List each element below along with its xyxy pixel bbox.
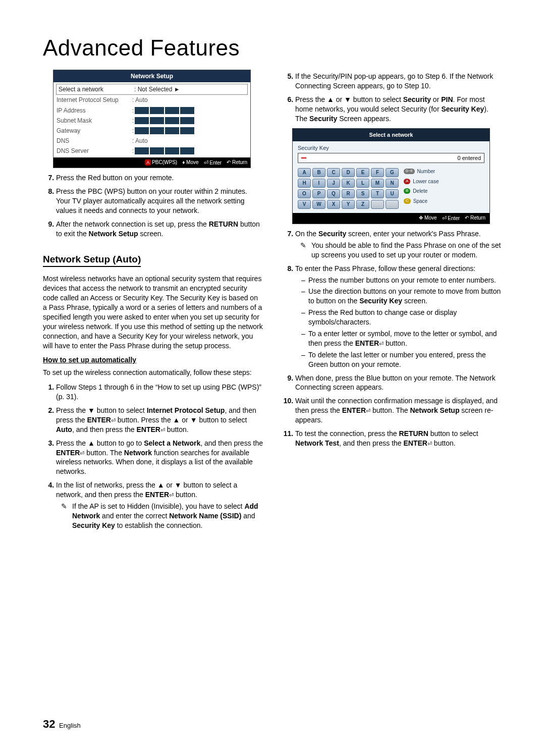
section-network-setup-auto: Network Setup (Auto) — [43, 253, 141, 267]
kb-footer: ✥ Move ⏎ Enter ↶ Return — [293, 213, 489, 224]
row-gateway: Gateway : — [57, 126, 247, 136]
subhead-how-to: How to set up automatically — [43, 355, 263, 365]
return-icon: ↶ — [465, 215, 469, 221]
step-c6: Press the ▲ or ▼ button to select Securi… — [295, 95, 502, 124]
panel-footer: APBC(WPS) ♦ Move ⏎ Enter ↶ Return — [53, 157, 250, 168]
step-9: After the network connection is set up, … — [56, 220, 263, 239]
a-button-icon: A — [145, 159, 151, 166]
select-network-keyboard-panel: Select a network Security Key 0 entered … — [292, 128, 490, 224]
kb-key[interactable]: H — [298, 179, 311, 188]
kb-key[interactable]: L — [356, 179, 369, 188]
enter-icon: ⏎ — [111, 417, 116, 423]
panel-title: Network Setup — [53, 70, 250, 82]
kb-security-label: Security Key — [298, 144, 329, 152]
page-language: English — [59, 722, 81, 729]
row-ip-address: IP Address : — [57, 105, 247, 116]
kb-key[interactable]: C — [327, 168, 340, 177]
kb-legend: 0~9Number ALower case BDelete CSpace — [404, 168, 439, 209]
kb-key[interactable]: T — [371, 189, 384, 198]
enter-icon: ⏎ — [169, 492, 174, 498]
return-icon: ↶ — [227, 159, 231, 165]
kb-key[interactable]: P — [312, 189, 325, 198]
kb-key[interactable]: G — [386, 168, 399, 177]
step-b4: In the list of networks, press the ▲ or … — [56, 480, 263, 530]
kb-key[interactable] — [386, 200, 399, 209]
step-b2: Press the ▼ button to select Internet Pr… — [56, 406, 263, 435]
row-dns: DNS : Auto — [57, 136, 247, 146]
kb-key[interactable]: O — [298, 189, 311, 198]
enter-icon: ⏎ — [442, 215, 447, 221]
label: Select a network — [59, 85, 134, 93]
steps-list-c: If the Security/PIN pop-up appears, go t… — [282, 72, 502, 123]
steps-list-d: On the Security screen, enter your netwo… — [282, 229, 502, 448]
kb-key[interactable]: Z — [356, 200, 369, 209]
step-b3: Press the ▲ button to go to Select a Net… — [56, 439, 263, 477]
kb-key[interactable]: M — [371, 179, 384, 188]
enter-icon: ⏎ — [160, 427, 165, 433]
note-icon: ✎ — [300, 241, 306, 250]
kb-entered-count: 0 entered — [458, 154, 481, 162]
kb-key[interactable]: K — [342, 179, 355, 188]
steps-list-b: Follow Steps 1 through 6 in the “How to … — [43, 383, 263, 530]
note-passphrase: ✎ You should be able to find the Pass Ph… — [300, 241, 502, 260]
kb-key[interactable]: Q — [327, 189, 340, 198]
kb-key[interactable]: I — [312, 179, 325, 188]
step-c5: If the Security/PIN pop-up appears, go t… — [295, 72, 502, 91]
auto-paragraph: Most wireless networks have an optional … — [43, 274, 263, 350]
auto-intro: To set up the wireless connection automa… — [43, 368, 263, 377]
step-b1: Follow Steps 1 through 6 in the “How to … — [56, 383, 263, 402]
value: : Not Selected ► — [134, 85, 245, 93]
enter-icon: ⏎ — [366, 408, 370, 414]
kb-key[interactable]: U — [386, 189, 399, 198]
step-d11: To test the connection, press the RETURN… — [295, 429, 502, 448]
kb-key[interactable]: B — [312, 168, 325, 177]
steps-list-a: Press the Red button on your remote. Pre… — [43, 173, 263, 238]
step-7: Press the Red button on your remote. — [56, 173, 263, 183]
kb-key[interactable]: R — [342, 189, 355, 198]
kb-key[interactable]: X — [327, 200, 340, 209]
row-select-network[interactable]: Select a network : Not Selected ► — [56, 84, 248, 95]
note-hidden-ap: ✎ If the AP is set to Hidden (Invisible)… — [61, 502, 263, 530]
enter-icon: ⏎ — [379, 341, 384, 347]
step-d8-sublist: Press the number buttons on your remote … — [301, 276, 502, 369]
kb-key[interactable]: A — [298, 168, 311, 177]
kb-title: Select a network — [293, 129, 489, 141]
move-icon: ✥ — [419, 215, 423, 221]
kb-key[interactable]: N — [386, 179, 399, 188]
kb-keys[interactable]: ABCDEFGHIJKLMNOPQRSTUVWXYZ — [298, 168, 399, 209]
left-column: Network Setup Select a network : Not Sel… — [43, 70, 263, 535]
step-d10: Wait until the connection confirmation m… — [295, 396, 502, 425]
kb-key[interactable]: F — [371, 168, 384, 177]
kb-key[interactable]: V — [298, 200, 311, 209]
step-d8: To enter the Pass Phrase, follow these g… — [295, 264, 502, 369]
enter-icon: ⏎ — [427, 441, 432, 447]
kb-key[interactable]: W — [312, 200, 325, 209]
delete-pill-icon: B — [404, 188, 410, 194]
kb-key[interactable] — [371, 200, 384, 209]
kb-key[interactable]: E — [356, 168, 369, 177]
kb-key[interactable]: D — [342, 168, 355, 177]
row-subnet: Subnet Mask : — [57, 116, 247, 126]
kb-key[interactable]: Y — [342, 200, 355, 209]
step-d9: When done, press the Blue button on your… — [295, 373, 502, 393]
page-title: Advanced Features — [43, 35, 502, 61]
space-pill-icon: C — [404, 198, 411, 204]
enter-icon: ⏎ — [204, 159, 208, 166]
move-icon: ♦ — [182, 159, 185, 165]
number-pill-icon: 0~9 — [404, 169, 415, 174]
lower-pill-icon: A — [404, 179, 410, 184]
page-number: 32 — [43, 718, 55, 730]
step-8: Press the PBC (WPS) button on your route… — [56, 187, 263, 215]
kb-input[interactable]: 0 entered — [298, 153, 484, 163]
cursor-icon — [301, 157, 306, 158]
kb-key[interactable]: S — [356, 189, 369, 198]
row-ip-setup: Internet Protocol Setup : Auto — [57, 95, 247, 105]
page-footer: 32 English — [43, 718, 81, 731]
step-d7: On the Security screen, enter your netwo… — [295, 229, 502, 260]
kb-key[interactable]: J — [327, 179, 340, 188]
network-setup-panel: Network Setup Select a network : Not Sel… — [53, 70, 251, 168]
right-column: If the Security/PIN pop-up appears, go t… — [282, 70, 502, 535]
row-dns-server: DNS Server : — [57, 146, 247, 156]
note-icon: ✎ — [61, 502, 67, 511]
